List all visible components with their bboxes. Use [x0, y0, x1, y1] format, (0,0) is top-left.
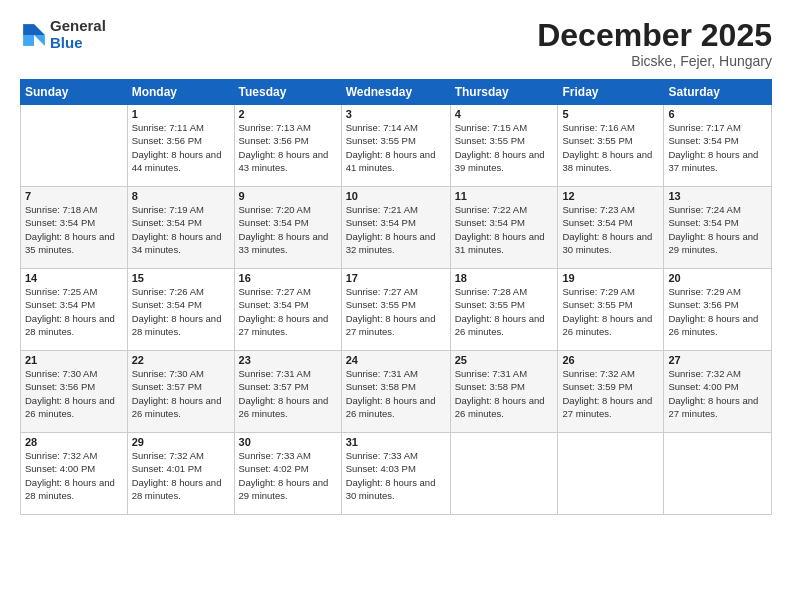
calendar-cell: 8Sunrise: 7:19 AMSunset: 3:54 PMDaylight…	[127, 187, 234, 269]
cell-sun-info: Sunrise: 7:27 AMSunset: 3:55 PMDaylight:…	[346, 285, 446, 338]
cell-day-number: 15	[132, 272, 230, 284]
calendar-cell: 7Sunrise: 7:18 AMSunset: 3:54 PMDaylight…	[21, 187, 128, 269]
cell-day-number: 12	[562, 190, 659, 202]
cell-sun-info: Sunrise: 7:24 AMSunset: 3:54 PMDaylight:…	[668, 203, 767, 256]
cell-sun-info: Sunrise: 7:33 AMSunset: 4:02 PMDaylight:…	[239, 449, 337, 502]
calendar-cell	[450, 433, 558, 515]
cell-sun-info: Sunrise: 7:17 AMSunset: 3:54 PMDaylight:…	[668, 121, 767, 174]
calendar-cell: 23Sunrise: 7:31 AMSunset: 3:57 PMDayligh…	[234, 351, 341, 433]
calendar-cell: 3Sunrise: 7:14 AMSunset: 3:55 PMDaylight…	[341, 105, 450, 187]
weekday-header: Wednesday	[341, 80, 450, 105]
calendar-cell: 26Sunrise: 7:32 AMSunset: 3:59 PMDayligh…	[558, 351, 664, 433]
title-area: December 2025 Bicske, Fejer, Hungary	[537, 18, 772, 69]
cell-day-number: 8	[132, 190, 230, 202]
cell-sun-info: Sunrise: 7:15 AMSunset: 3:55 PMDaylight:…	[455, 121, 554, 174]
calendar-cell: 31Sunrise: 7:33 AMSunset: 4:03 PMDayligh…	[341, 433, 450, 515]
cell-sun-info: Sunrise: 7:19 AMSunset: 3:54 PMDaylight:…	[132, 203, 230, 256]
cell-day-number: 2	[239, 108, 337, 120]
calendar-cell: 24Sunrise: 7:31 AMSunset: 3:58 PMDayligh…	[341, 351, 450, 433]
calendar-cell	[558, 433, 664, 515]
cell-sun-info: Sunrise: 7:11 AMSunset: 3:56 PMDaylight:…	[132, 121, 230, 174]
calendar-cell: 28Sunrise: 7:32 AMSunset: 4:00 PMDayligh…	[21, 433, 128, 515]
cell-day-number: 25	[455, 354, 554, 366]
svg-marker-0	[34, 24, 45, 35]
weekday-header: Monday	[127, 80, 234, 105]
calendar-cell: 1Sunrise: 7:11 AMSunset: 3:56 PMDaylight…	[127, 105, 234, 187]
cell-sun-info: Sunrise: 7:32 AMSunset: 3:59 PMDaylight:…	[562, 367, 659, 420]
calendar-cell: 12Sunrise: 7:23 AMSunset: 3:54 PMDayligh…	[558, 187, 664, 269]
calendar-cell	[21, 105, 128, 187]
cell-sun-info: Sunrise: 7:13 AMSunset: 3:56 PMDaylight:…	[239, 121, 337, 174]
cell-day-number: 9	[239, 190, 337, 202]
logo-text: General Blue	[50, 18, 106, 51]
calendar-cell	[664, 433, 772, 515]
calendar-cell: 16Sunrise: 7:27 AMSunset: 3:54 PMDayligh…	[234, 269, 341, 351]
cell-sun-info: Sunrise: 7:25 AMSunset: 3:54 PMDaylight:…	[25, 285, 123, 338]
calendar-week-row: 21Sunrise: 7:30 AMSunset: 3:56 PMDayligh…	[21, 351, 772, 433]
cell-sun-info: Sunrise: 7:29 AMSunset: 3:56 PMDaylight:…	[668, 285, 767, 338]
calendar-cell: 5Sunrise: 7:16 AMSunset: 3:55 PMDaylight…	[558, 105, 664, 187]
cell-day-number: 1	[132, 108, 230, 120]
calendar-cell: 25Sunrise: 7:31 AMSunset: 3:58 PMDayligh…	[450, 351, 558, 433]
cell-sun-info: Sunrise: 7:16 AMSunset: 3:55 PMDaylight:…	[562, 121, 659, 174]
calendar-cell: 11Sunrise: 7:22 AMSunset: 3:54 PMDayligh…	[450, 187, 558, 269]
cell-day-number: 23	[239, 354, 337, 366]
calendar-cell: 22Sunrise: 7:30 AMSunset: 3:57 PMDayligh…	[127, 351, 234, 433]
calendar-cell: 14Sunrise: 7:25 AMSunset: 3:54 PMDayligh…	[21, 269, 128, 351]
cell-day-number: 10	[346, 190, 446, 202]
calendar-cell: 15Sunrise: 7:26 AMSunset: 3:54 PMDayligh…	[127, 269, 234, 351]
calendar-cell: 9Sunrise: 7:20 AMSunset: 3:54 PMDaylight…	[234, 187, 341, 269]
weekday-header: Sunday	[21, 80, 128, 105]
cell-sun-info: Sunrise: 7:20 AMSunset: 3:54 PMDaylight:…	[239, 203, 337, 256]
calendar-cell: 2Sunrise: 7:13 AMSunset: 3:56 PMDaylight…	[234, 105, 341, 187]
cell-day-number: 11	[455, 190, 554, 202]
svg-rect-2	[23, 24, 34, 35]
calendar-cell: 29Sunrise: 7:32 AMSunset: 4:01 PMDayligh…	[127, 433, 234, 515]
cell-day-number: 16	[239, 272, 337, 284]
cell-day-number: 21	[25, 354, 123, 366]
cell-sun-info: Sunrise: 7:30 AMSunset: 3:57 PMDaylight:…	[132, 367, 230, 420]
cell-sun-info: Sunrise: 7:22 AMSunset: 3:54 PMDaylight:…	[455, 203, 554, 256]
calendar-cell: 13Sunrise: 7:24 AMSunset: 3:54 PMDayligh…	[664, 187, 772, 269]
svg-rect-3	[23, 35, 34, 46]
cell-day-number: 17	[346, 272, 446, 284]
weekday-header: Friday	[558, 80, 664, 105]
calendar-week-row: 14Sunrise: 7:25 AMSunset: 3:54 PMDayligh…	[21, 269, 772, 351]
cell-sun-info: Sunrise: 7:23 AMSunset: 3:54 PMDaylight:…	[562, 203, 659, 256]
logo-general: General	[50, 18, 106, 35]
cell-sun-info: Sunrise: 7:32 AMSunset: 4:00 PMDaylight:…	[25, 449, 123, 502]
calendar-cell: 21Sunrise: 7:30 AMSunset: 3:56 PMDayligh…	[21, 351, 128, 433]
cell-day-number: 14	[25, 272, 123, 284]
month-title: December 2025	[537, 18, 772, 53]
calendar-cell: 6Sunrise: 7:17 AMSunset: 3:54 PMDaylight…	[664, 105, 772, 187]
calendar-cell: 30Sunrise: 7:33 AMSunset: 4:02 PMDayligh…	[234, 433, 341, 515]
weekday-header: Saturday	[664, 80, 772, 105]
calendar-cell: 20Sunrise: 7:29 AMSunset: 3:56 PMDayligh…	[664, 269, 772, 351]
cell-day-number: 26	[562, 354, 659, 366]
page: General Blue December 2025 Bicske, Fejer…	[0, 0, 792, 612]
cell-sun-info: Sunrise: 7:31 AMSunset: 3:58 PMDaylight:…	[455, 367, 554, 420]
calendar-week-row: 7Sunrise: 7:18 AMSunset: 3:54 PMDaylight…	[21, 187, 772, 269]
cell-day-number: 3	[346, 108, 446, 120]
calendar-cell: 19Sunrise: 7:29 AMSunset: 3:55 PMDayligh…	[558, 269, 664, 351]
cell-day-number: 22	[132, 354, 230, 366]
cell-sun-info: Sunrise: 7:31 AMSunset: 3:58 PMDaylight:…	[346, 367, 446, 420]
weekday-header: Thursday	[450, 80, 558, 105]
cell-sun-info: Sunrise: 7:18 AMSunset: 3:54 PMDaylight:…	[25, 203, 123, 256]
calendar-cell: 27Sunrise: 7:32 AMSunset: 4:00 PMDayligh…	[664, 351, 772, 433]
calendar-cell: 10Sunrise: 7:21 AMSunset: 3:54 PMDayligh…	[341, 187, 450, 269]
calendar-table: SundayMondayTuesdayWednesdayThursdayFrid…	[20, 79, 772, 515]
weekday-header: Tuesday	[234, 80, 341, 105]
cell-day-number: 29	[132, 436, 230, 448]
cell-sun-info: Sunrise: 7:31 AMSunset: 3:57 PMDaylight:…	[239, 367, 337, 420]
cell-day-number: 30	[239, 436, 337, 448]
cell-sun-info: Sunrise: 7:28 AMSunset: 3:55 PMDaylight:…	[455, 285, 554, 338]
calendar-header-row: SundayMondayTuesdayWednesdayThursdayFrid…	[21, 80, 772, 105]
logo-blue: Blue	[50, 35, 106, 52]
cell-day-number: 6	[668, 108, 767, 120]
cell-sun-info: Sunrise: 7:21 AMSunset: 3:54 PMDaylight:…	[346, 203, 446, 256]
cell-sun-info: Sunrise: 7:33 AMSunset: 4:03 PMDaylight:…	[346, 449, 446, 502]
calendar-week-row: 1Sunrise: 7:11 AMSunset: 3:56 PMDaylight…	[21, 105, 772, 187]
cell-day-number: 5	[562, 108, 659, 120]
location: Bicske, Fejer, Hungary	[537, 53, 772, 69]
